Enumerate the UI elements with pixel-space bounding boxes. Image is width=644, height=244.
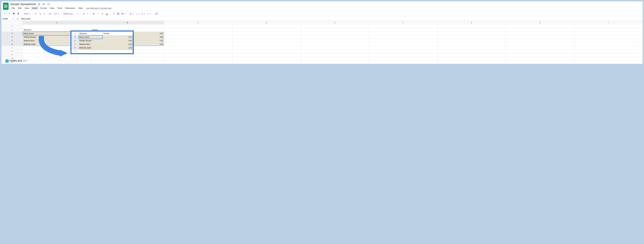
cell[interactable] bbox=[506, 35, 574, 39]
cell[interactable] bbox=[369, 24, 438, 28]
percent-button[interactable]: % bbox=[38, 12, 42, 16]
column-header[interactable]: H bbox=[506, 21, 574, 24]
menu-view[interactable]: View bbox=[23, 6, 30, 10]
text-color-button[interactable]: A bbox=[105, 12, 109, 16]
star-icon[interactable] bbox=[38, 2, 41, 6]
menu-tools[interactable]: Tools bbox=[56, 6, 64, 10]
merge-cells-button[interactable]: ▼ bbox=[120, 12, 126, 16]
decrease-decimal-button[interactable]: .0 ← bbox=[43, 12, 47, 16]
row-header[interactable]: 6 bbox=[2, 42, 23, 46]
number-format-dropdown[interactable]: 123▼ bbox=[54, 12, 60, 16]
cell[interactable] bbox=[232, 35, 300, 39]
strikethrough-button[interactable]: S bbox=[100, 12, 104, 16]
column-header[interactable]: D bbox=[232, 21, 300, 24]
font-size-dropdown[interactable]: 10▼ bbox=[82, 12, 89, 16]
cell[interactable] bbox=[574, 57, 642, 60]
cell[interactable] bbox=[437, 24, 506, 28]
row-header[interactable]: 7 bbox=[2, 46, 23, 50]
bold-button[interactable]: B bbox=[92, 12, 96, 16]
menu-help[interactable]: Help bbox=[77, 6, 84, 10]
cell[interactable] bbox=[506, 32, 574, 35]
cell[interactable] bbox=[164, 24, 232, 28]
column-header[interactable]: A bbox=[23, 21, 91, 24]
fill-color-button[interactable] bbox=[112, 12, 116, 16]
cell[interactable] bbox=[506, 42, 574, 46]
undo-button[interactable] bbox=[3, 12, 7, 16]
cell[interactable] bbox=[91, 57, 164, 60]
cell[interactable] bbox=[300, 28, 369, 32]
cell[interactable] bbox=[164, 60, 232, 64]
cell[interactable] bbox=[506, 24, 574, 28]
column-header[interactable]: E bbox=[300, 21, 369, 24]
cell[interactable] bbox=[437, 35, 506, 39]
cell[interactable] bbox=[232, 32, 300, 35]
cell[interactable] bbox=[506, 39, 574, 42]
cell[interactable] bbox=[369, 46, 438, 50]
cell[interactable] bbox=[91, 60, 164, 64]
cell[interactable] bbox=[369, 32, 438, 35]
cell[interactable] bbox=[506, 46, 574, 50]
column-header[interactable]: I bbox=[574, 21, 642, 24]
column-header[interactable]: F bbox=[369, 21, 438, 24]
cell[interactable] bbox=[164, 42, 232, 46]
menu-format[interactable]: Format bbox=[39, 6, 48, 10]
italic-button[interactable]: I bbox=[96, 12, 100, 16]
menu-extensions[interactable]: Extensions bbox=[64, 6, 76, 10]
borders-button[interactable] bbox=[116, 12, 120, 16]
cell[interactable] bbox=[506, 57, 574, 60]
cell[interactable] bbox=[232, 42, 300, 46]
document-title[interactable]: Sample Spreadsheet bbox=[10, 2, 36, 6]
select-all-corner[interactable] bbox=[2, 21, 23, 24]
cell[interactable] bbox=[300, 53, 369, 57]
horizontal-align-button[interactable]: ▼ bbox=[129, 12, 134, 16]
cell[interactable] bbox=[574, 50, 642, 53]
cell[interactable] bbox=[437, 50, 506, 53]
cell[interactable] bbox=[506, 60, 574, 64]
cell[interactable] bbox=[232, 50, 300, 53]
cell[interactable] bbox=[506, 28, 574, 32]
cell[interactable] bbox=[574, 35, 642, 39]
cell[interactable] bbox=[574, 24, 642, 28]
formula-input[interactable]: Mary Kane bbox=[20, 18, 32, 20]
cell[interactable] bbox=[164, 35, 232, 39]
cell[interactable] bbox=[232, 46, 300, 50]
cell[interactable] bbox=[574, 46, 642, 50]
cell[interactable] bbox=[369, 35, 438, 39]
cell[interactable] bbox=[574, 42, 642, 46]
paint-format-button[interactable] bbox=[16, 12, 20, 16]
cell[interactable] bbox=[437, 53, 506, 57]
cell[interactable] bbox=[437, 46, 506, 50]
cell[interactable] bbox=[369, 42, 438, 46]
cell[interactable] bbox=[164, 57, 232, 60]
menu-insert[interactable]: Insert bbox=[31, 6, 39, 10]
cell[interactable] bbox=[300, 50, 369, 53]
increase-decimal-button[interactable]: .00→ bbox=[48, 12, 53, 16]
text-rotation-button[interactable]: ▼ bbox=[146, 12, 152, 16]
cell[interactable] bbox=[369, 39, 438, 42]
cell[interactable] bbox=[437, 57, 506, 60]
last-edit-link[interactable]: Last edit was 2 minutes ago bbox=[86, 7, 112, 9]
cell[interactable] bbox=[300, 24, 369, 28]
cell[interactable] bbox=[232, 24, 300, 28]
cloud-status-icon[interactable] bbox=[47, 2, 50, 6]
row-header[interactable]: 5 bbox=[2, 39, 23, 42]
row-header[interactable]: 1 bbox=[2, 24, 23, 28]
name-box[interactable]: A3:B6▼ bbox=[2, 17, 15, 21]
cell[interactable] bbox=[574, 53, 642, 57]
column-header[interactable]: B bbox=[91, 21, 164, 24]
move-icon[interactable] bbox=[42, 2, 46, 6]
cell[interactable] bbox=[232, 53, 300, 57]
redo-button[interactable] bbox=[8, 12, 11, 16]
cell[interactable] bbox=[437, 28, 506, 32]
cell[interactable] bbox=[164, 46, 232, 50]
cell[interactable] bbox=[369, 50, 438, 53]
sheets-logo-icon[interactable] bbox=[3, 2, 8, 10]
currency-button[interactable]: $ bbox=[34, 12, 38, 16]
menu-data[interactable]: Data bbox=[48, 6, 56, 10]
vertical-align-button[interactable]: ▼ bbox=[135, 12, 140, 16]
cell[interactable] bbox=[506, 53, 574, 57]
cell[interactable] bbox=[300, 60, 369, 64]
cell[interactable] bbox=[164, 50, 232, 53]
cell[interactable] bbox=[232, 39, 300, 42]
cell[interactable] bbox=[232, 57, 300, 60]
